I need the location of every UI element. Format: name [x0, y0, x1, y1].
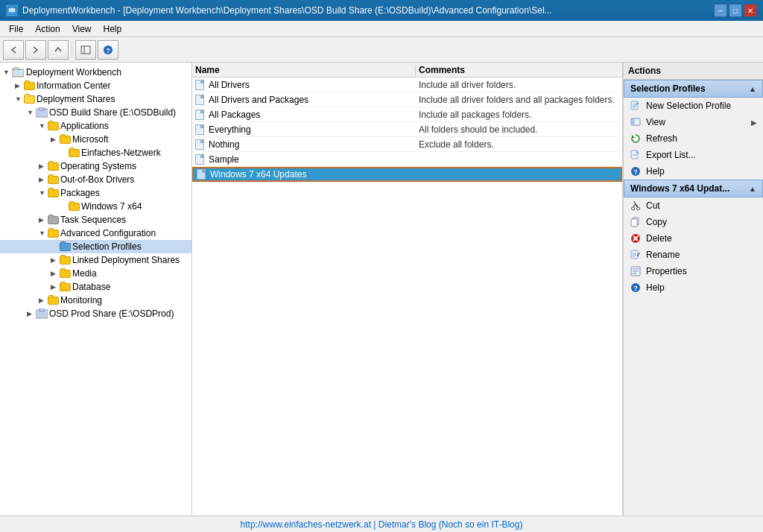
back-button[interactable] — [3, 40, 24, 60]
tree-item-info-center[interactable]: ▶ Information Center — [0, 79, 191, 92]
new-icon — [630, 100, 642, 112]
action-rename[interactable]: Rename — [624, 247, 763, 263]
tree-toggle-monitoring[interactable]: ▶ — [39, 297, 48, 304]
folder-icon-sel-profiles — [60, 243, 71, 251]
list-row[interactable]: All Drivers Include all driver folders. — [192, 77, 622, 92]
tree-toggle-osd-prod[interactable]: ▶ — [27, 310, 36, 317]
column-header-name[interactable]: Name — [192, 65, 416, 75]
action-label-delete: Delete — [646, 233, 672, 244]
column-header-comments[interactable]: Comments — [416, 65, 622, 75]
tree-toggle-root[interactable]: ▼ — [3, 69, 12, 76]
tree-item-linked-shares[interactable]: ▶ Linked Deployment Shares — [0, 253, 191, 267]
tree-toggle-database[interactable]: ▶ — [51, 283, 60, 291]
tree-label-apps: Applications — [60, 121, 109, 131]
list-row[interactable]: All Drivers and Packages Include all dri… — [192, 92, 622, 107]
action-copy[interactable]: Copy — [624, 214, 763, 230]
tree-toggle-os[interactable]: ▶ — [39, 162, 48, 170]
tree-toggle-task-seq[interactable]: ▶ — [39, 216, 48, 224]
tree-item-packages[interactable]: ▼ Packages — [0, 186, 191, 200]
tree-toggle-info[interactable]: ▶ — [15, 82, 24, 89]
action-properties[interactable]: Properties — [624, 263, 763, 279]
tree-item-applications[interactable]: ▼ Applications — [0, 119, 191, 133]
maximize-button[interactable]: □ — [729, 4, 742, 17]
tree-toggle-microsoft[interactable]: ▶ — [51, 136, 60, 143]
section-title-selection-profiles: Selection Profiles — [630, 83, 706, 94]
action-label-rename: Rename — [646, 250, 680, 260]
list-row[interactable]: Nothing Exclude all folders. — [192, 137, 622, 152]
action-delete[interactable]: Delete — [624, 230, 763, 247]
svg-text:?: ? — [633, 168, 638, 176]
tree-label-drivers: Out-of-Box Drivers — [60, 174, 134, 185]
action-help-1[interactable]: ? Help — [624, 163, 763, 180]
tree-item-selection-profiles[interactable]: Selection Profiles — [0, 240, 191, 253]
action-label-help-2: Help — [646, 282, 665, 293]
tree-item-einfaches[interactable]: Einfaches-Netzwerk — [0, 146, 191, 159]
list-row[interactable]: Everything All folders should be include… — [192, 122, 622, 137]
action-label-copy: Copy — [646, 217, 667, 227]
action-cut[interactable]: Cut — [624, 197, 763, 214]
forward-button[interactable] — [25, 40, 46, 60]
doc-icon-nothing — [195, 139, 204, 150]
tree-toggle-apps[interactable]: ▼ — [39, 122, 48, 130]
svg-rect-15 — [39, 308, 44, 311]
folder-icon-task-seq — [48, 216, 59, 224]
action-new-selection-profile[interactable]: New Selection Profile — [624, 98, 763, 114]
tree-item-os[interactable]: ▶ Operating Systems — [0, 159, 191, 173]
tree-item-media[interactable]: ▶ Media — [0, 267, 191, 280]
tree-item-root[interactable]: ▼ Deployment Workbench — [0, 66, 191, 79]
tree-toggle-media[interactable]: ▶ — [51, 270, 60, 277]
tree-item-osd-build[interactable]: ▼ OSD Build Share (E:\OSDBuild) — [0, 106, 191, 119]
tree-label-microsoft: Microsoft — [72, 134, 109, 145]
win7-section-header[interactable]: Windows 7 x64 Updat... ▲ — [624, 180, 763, 197]
row-name-win7-updates: Windows 7 x64 Updates — [194, 169, 417, 180]
status-bar: http://www.einfaches-netzwerk.at | Dietm… — [0, 516, 763, 532]
tree-item-microsoft[interactable]: ▶ Microsoft — [0, 133, 191, 146]
minimize-button[interactable]: ─ — [714, 4, 727, 17]
tree-item-drivers[interactable]: ▶ Out-of-Box Drivers — [0, 173, 191, 186]
tree-label-adv-config: Advanced Configuration — [60, 228, 156, 238]
row-comment-all-packages: Include all packages folders. — [416, 110, 622, 120]
help-icon-2: ? — [630, 282, 642, 294]
action-help-2[interactable]: ? Help — [624, 279, 763, 296]
content-panel[interactable]: Name Comments All Drivers Include all dr… — [192, 63, 623, 516]
tree-toggle-dep-shares[interactable]: ▼ — [15, 95, 24, 103]
tree-item-win7[interactable]: Windows 7 x64 — [0, 200, 191, 213]
tree-item-task-seq[interactable]: ▶ Task Sequences — [0, 213, 191, 227]
tree-toggle-linked[interactable]: ▶ — [51, 256, 60, 264]
help-icon-1: ? — [630, 165, 642, 177]
tree-toggle-packages[interactable]: ▼ — [39, 189, 48, 197]
cut-icon — [630, 200, 642, 212]
menu-view[interactable]: View — [66, 22, 98, 36]
list-row-win7-updates[interactable]: Windows 7 x64 Updates — [192, 167, 622, 182]
show-hide-button[interactable] — [75, 40, 96, 60]
tree-item-deployment-shares[interactable]: ▼ Deployment Shares — [0, 92, 191, 106]
list-row[interactable]: Sample — [192, 152, 622, 167]
row-name-all-drivers: All Drivers — [192, 80, 416, 90]
row-comment-all-drivers: Include all driver folders. — [416, 80, 622, 90]
svg-rect-1 — [9, 6, 15, 8]
help-button[interactable]: ? — [98, 40, 118, 60]
action-export-list[interactable]: Export List... — [624, 147, 763, 163]
row-comment-nothing: Exclude all folders. — [416, 139, 622, 150]
menu-help[interactable]: Help — [98, 22, 128, 36]
close-button[interactable]: ✕ — [744, 4, 757, 17]
tree-toggle-osd-build[interactable]: ▼ — [27, 109, 36, 116]
up-button[interactable] — [48, 40, 69, 60]
tree-item-osd-prod[interactable]: ▶ OSD Prod Share (E:\OSDProd) — [0, 307, 191, 320]
action-refresh[interactable]: Refresh — [624, 130, 763, 147]
tree-toggle-adv-config[interactable]: ▼ — [39, 229, 48, 237]
folder-icon-win7 — [69, 203, 80, 211]
selection-profiles-section-header[interactable]: Selection Profiles ▲ — [624, 80, 763, 98]
tree-item-database[interactable]: ▶ Database — [0, 280, 191, 294]
tree-toggle-drivers[interactable]: ▶ — [39, 176, 48, 183]
action-view[interactable]: View ▶ — [624, 114, 763, 130]
menu-file[interactable]: File — [3, 22, 29, 36]
svg-rect-3 — [81, 46, 90, 54]
list-row[interactable]: All Packages Include all packages folder… — [192, 107, 622, 122]
menu-action[interactable]: Action — [29, 22, 66, 36]
tree-item-monitoring[interactable]: ▶ Monitoring — [0, 294, 191, 307]
tree-panel[interactable]: ▼ Deployment Workbench ▶ Information Cen… — [0, 63, 192, 516]
window-controls[interactable]: ─ □ ✕ — [714, 4, 757, 17]
svg-rect-8 — [13, 68, 19, 70]
tree-item-advanced-config[interactable]: ▼ Advanced Configuration — [0, 227, 191, 240]
